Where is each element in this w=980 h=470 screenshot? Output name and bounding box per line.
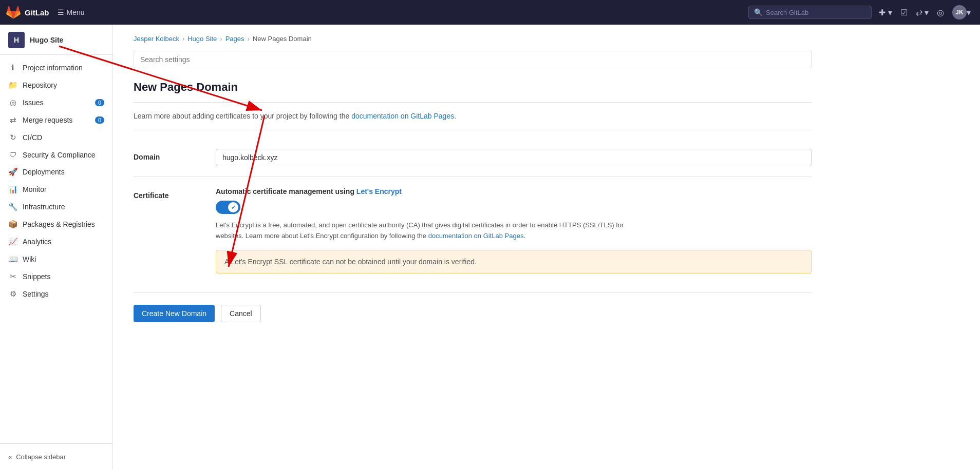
sidebar-item-analytics[interactable]: 📈 Analytics [0,233,112,250]
desc-divider [134,130,812,130]
user-menu[interactable]: JK ▾ [949,2,974,23]
toggle-knob: ✓ [228,202,238,212]
gitlab-fox-icon [6,5,21,19]
content-area: Jesper Kolbeck › Hugo Site › Pages › New… [113,25,832,343]
sidebar-item-project-information[interactable]: ℹ Project information [0,59,112,76]
breadcrumb: Jesper Kolbeck › Hugo Site › Pages › New… [134,35,812,43]
security-icon: 🛡 [8,150,17,159]
menu-label: Menu [67,8,85,16]
page-title: New Pages Domain [134,81,812,94]
sidebar-item-infrastructure[interactable]: 🔧 Infrastructure [0,198,112,216]
sidebar-item-label: Analytics [23,238,51,246]
domain-section: Domain [134,139,812,177]
hamburger-icon: ☰ [58,8,64,16]
project-avatar: H [8,32,25,48]
lets-encrypt-link[interactable]: Let's Encrypt [356,187,402,195]
merge-requests-icon: ⇄ [8,115,17,125]
wiki-icon: 📖 [8,254,17,264]
deployments-icon: 🚀 [8,167,17,177]
packages-icon: 📦 [8,220,17,229]
collapse-sidebar-button[interactable]: « Collapse sidebar [8,450,66,464]
search-settings-input[interactable] [134,51,812,68]
sidebar-item-label: Security & Compliance [23,151,96,159]
sidebar-item-label: Packages & Registries [23,220,95,228]
sidebar-item-deployments[interactable]: 🚀 Deployments [0,163,112,181]
breadcrumb-jesper-kolbeck[interactable]: Jesper Kolbeck [134,35,179,43]
sidebar-item-repository[interactable]: 📁 Repository [0,76,112,94]
cert-docs-link[interactable]: documentation on GitLab Pages [428,232,524,240]
monitor-icon: 📊 [8,185,17,194]
create-new-domain-button[interactable]: Create New Domain [134,305,215,322]
analytics-icon: 📈 [8,237,17,246]
merge-requests-badge: 0 [95,116,104,124]
nav-icon-group: ✚ ▾ ☑ ⇄ ▾ ◎ JK ▾ [876,2,974,23]
certificate-title: Automatic certificate management using L… [216,187,812,195]
repository-icon: 📁 [8,81,17,90]
project-name: Hugo Site [30,36,63,44]
sidebar-item-issues[interactable]: ◎ Issues 0 [0,94,112,111]
cancel-button[interactable]: Cancel [221,305,261,322]
sidebar-item-wiki[interactable]: 📖 Wiki [0,250,112,268]
todo-icon[interactable]: ☑ [897,5,911,21]
sidebar: H Hugo Site ℹ Project information 📁 Repo… [0,25,113,470]
snippets-icon: ✂ [8,272,17,281]
breadcrumb-sep-3: › [248,35,250,43]
sidebar-project-header: H Hugo Site [0,25,112,55]
description-text: Learn more about adding certificates to … [134,111,812,122]
infrastructure-icon: 🔧 [8,202,17,211]
breadcrumb-current: New Pages Domain [253,35,312,43]
sidebar-item-label: Settings [23,290,49,298]
breadcrumb-sep-1: › [182,35,184,43]
gitlab-logo-text: GitLab [25,8,49,17]
domain-label: Domain [134,153,160,161]
warning-text: A Let's Encrypt SSL certificate can not … [224,258,477,266]
collapse-label: Collapse sidebar [16,453,66,461]
sidebar-item-monitor[interactable]: 📊 Monitor [0,181,112,198]
sidebar-item-snippets[interactable]: ✂ Snippets [0,268,112,285]
sidebar-item-label: Infrastructure [23,203,65,211]
app-body: H Hugo Site ℹ Project information 📁 Repo… [0,25,980,470]
search-input[interactable] [766,9,866,16]
sidebar-item-cicd[interactable]: ↻ CI/CD [0,129,112,146]
menu-button[interactable]: ☰ Menu [53,6,89,18]
sidebar-item-label: Project information [23,64,83,72]
sidebar-nav: ℹ Project information 📁 Repository ◎ Iss… [0,55,112,443]
domain-label-col: Domain [134,149,216,166]
action-row: Create New Domain Cancel [134,305,812,322]
merge-request-nav-icon[interactable]: ⇄ ▾ [913,5,932,21]
sidebar-item-label: CI/CD [23,133,42,142]
sidebar-item-merge-requests[interactable]: ⇄ Merge requests 0 [0,111,112,129]
description-link[interactable]: documentation on GitLab Pages [351,112,454,120]
toggle-container: ✓ [216,201,812,214]
project-information-icon: ℹ [8,63,17,72]
sidebar-item-security-compliance[interactable]: 🛡 Security & Compliance [0,146,112,163]
certificate-label: Certificate [134,191,168,200]
domain-input[interactable] [216,149,812,166]
sidebar-footer: « Collapse sidebar [0,443,112,470]
certificate-section: Certificate Automatic certificate manage… [134,177,812,292]
sidebar-item-label: Monitor [23,185,47,193]
toggle-check-icon: ✓ [231,204,236,211]
sidebar-item-settings[interactable]: ⚙ Settings [0,285,112,303]
lets-encrypt-toggle[interactable]: ✓ [216,201,240,214]
user-menu-chevron: ▾ [967,8,971,17]
breadcrumb-pages[interactable]: Pages [225,35,244,43]
breadcrumb-hugo-site[interactable]: Hugo Site [187,35,217,43]
sidebar-item-label: Issues [23,99,43,107]
cicd-icon: ↻ [8,133,17,142]
sidebar-item-label: Merge requests [23,116,72,124]
issues-nav-icon[interactable]: ◎ [934,5,947,21]
certificate-description: Let's Encrypt is a free, automated, and … [216,220,637,242]
sidebar-item-label: Repository [23,81,57,89]
title-divider [134,102,812,103]
search-icon: 🔍 [754,8,763,16]
gitlab-logo[interactable]: GitLab [6,5,49,19]
search-bar: 🔍 [748,6,872,19]
sidebar-item-packages-registries[interactable]: 📦 Packages & Registries [0,216,112,233]
sidebar-item-label: Deployments [23,168,65,176]
top-navigation: GitLab ☰ Menu 🔍 ✚ ▾ ☑ ⇄ ▾ ◎ JK ▾ [0,0,980,25]
create-new-button[interactable]: ✚ ▾ [876,5,895,21]
domain-input-col [216,149,812,166]
certificate-label-col: Certificate [134,187,216,282]
user-avatar: JK [952,5,967,19]
